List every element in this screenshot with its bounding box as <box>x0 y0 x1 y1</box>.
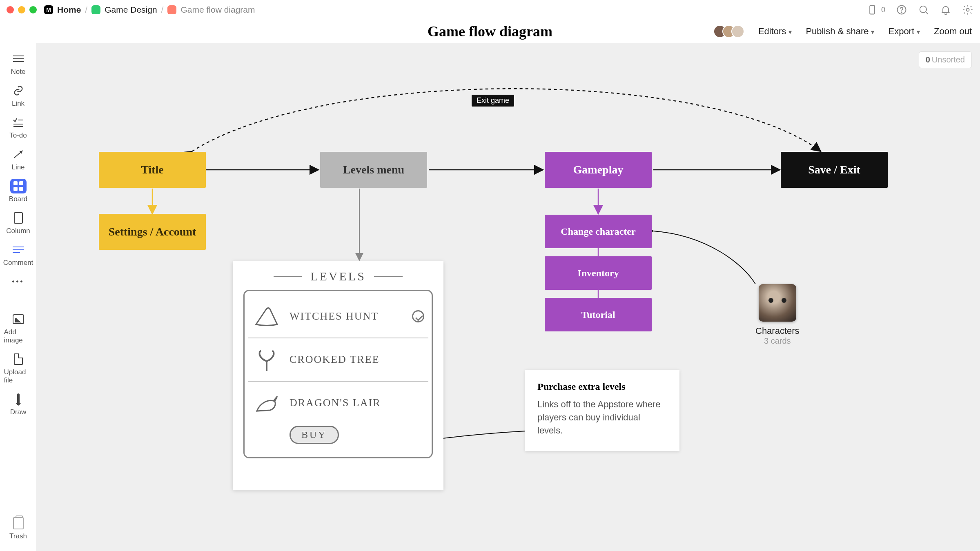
node-label: Levels menu <box>343 163 404 176</box>
unsorted-label: Unsorted <box>932 55 965 64</box>
bell-icon[interactable] <box>940 4 951 16</box>
witch-hat-icon <box>252 304 281 329</box>
help-icon[interactable] <box>896 4 907 16</box>
avatar[interactable] <box>731 25 744 38</box>
line-icon <box>13 150 23 158</box>
board-canvas[interactable]: 0Unsorted Title Settings / Account <box>37 43 980 551</box>
search-icon[interactable] <box>918 4 929 16</box>
fullscreen-window-icon[interactable] <box>29 6 37 13</box>
breadcrumb-project[interactable]: Game Design <box>105 5 157 15</box>
tool-board[interactable]: Board <box>4 179 33 203</box>
tool-label: Line <box>11 163 24 171</box>
tool-label: Upload file <box>4 368 33 384</box>
tool-add-image[interactable]: Add image <box>4 312 33 344</box>
node-label: Settings / Account <box>109 225 196 238</box>
file-icon <box>14 353 23 365</box>
tool-more[interactable]: ••• <box>4 274 33 289</box>
tool-label: Draw <box>10 408 27 416</box>
sketch-heading: LEVELS <box>310 269 366 283</box>
node-save-exit[interactable]: Save / Exit <box>781 152 888 188</box>
tool-line[interactable]: Line <box>4 147 33 171</box>
tool-note[interactable]: Note <box>4 51 33 76</box>
mobile-preview-count: 0 <box>881 6 885 14</box>
node-label: Gameplay <box>573 163 624 176</box>
tool-column[interactable]: Column <box>4 211 33 235</box>
tool-comment[interactable]: Comment <box>4 242 33 267</box>
note-icon <box>13 58 24 59</box>
tool-label: Add image <box>4 328 33 344</box>
tool-upload[interactable]: Upload file <box>4 352 33 384</box>
tool-label: To-do <box>9 131 27 140</box>
sketch-buy-button: BUY <box>290 426 339 444</box>
tool-label: Note <box>11 68 26 76</box>
svg-rect-0 <box>870 6 875 14</box>
presence-avatars[interactable] <box>717 25 744 38</box>
node-label: Change character <box>561 226 635 237</box>
node-gameplay[interactable]: Gameplay <box>545 152 652 188</box>
node-tutorial[interactable]: Tutorial <box>545 298 652 331</box>
page-title[interactable]: Game flow diagram <box>428 23 552 40</box>
sketch-row: CROOKED TREE <box>248 338 428 382</box>
node-label: Title <box>141 163 163 176</box>
more-icon: ••• <box>12 278 24 286</box>
breadcrumb: M Home / Game Design / Game flow diagram <box>44 5 255 15</box>
close-window-icon[interactable] <box>7 6 14 13</box>
breadcrumb-doc[interactable]: Game flow diagram <box>180 5 255 15</box>
image-icon <box>13 314 24 324</box>
sketch-row: DRAGON'S LAIR BUY <box>248 382 428 453</box>
breadcrumb-home[interactable]: Home <box>57 5 81 15</box>
sketch-row-label: WITCHES HUNT <box>290 310 379 322</box>
mobile-preview-icon[interactable] <box>866 4 878 16</box>
svg-line-4 <box>926 12 928 14</box>
project-color-icon <box>91 5 100 14</box>
characters-thumbnail-icon <box>759 284 796 322</box>
link-icon <box>13 85 24 96</box>
todo-icon <box>13 118 24 127</box>
note-card-purchase[interactable]: Purchase extra levels Links off to the A… <box>525 370 679 451</box>
characters-count: 3 cards <box>755 336 800 346</box>
tool-label: Column <box>6 227 30 235</box>
zoom-out-button[interactable]: Zoom out <box>934 26 972 37</box>
levels-sketch-image[interactable]: LEVELS WITCHES HUNT CROOKED TREE DRAGON'… <box>233 261 443 490</box>
characters-title: Characters <box>755 326 800 336</box>
app-logo-icon[interactable]: M <box>44 5 53 14</box>
node-title[interactable]: Title <box>99 152 206 188</box>
tool-label: Trash <box>9 532 27 540</box>
traffic-lights <box>7 6 37 13</box>
document-header: Game flow diagram Editors Publish & shar… <box>0 20 980 43</box>
tool-link[interactable]: Link <box>4 83 33 108</box>
node-levels-menu[interactable]: Levels menu <box>320 152 427 188</box>
svg-point-5 <box>967 9 969 11</box>
linked-board-characters[interactable]: Characters 3 cards <box>755 284 800 346</box>
node-label: Inventory <box>577 268 619 279</box>
minimize-window-icon[interactable] <box>18 6 25 13</box>
publish-menu[interactable]: Publish & share <box>806 26 874 37</box>
tool-label: Board <box>9 195 27 203</box>
node-inventory[interactable]: Inventory <box>545 256 652 290</box>
tool-label: Comment <box>3 259 33 267</box>
column-icon <box>14 212 23 224</box>
trash-icon <box>13 517 24 529</box>
tool-todo[interactable]: To-do <box>4 115 33 140</box>
node-change-character[interactable]: Change character <box>545 215 652 248</box>
tool-draw[interactable]: Draw <box>4 392 33 416</box>
tool-label: Link <box>12 100 24 108</box>
unsorted-pill[interactable]: 0Unsorted <box>919 51 972 68</box>
node-label: Tutorial <box>581 309 615 320</box>
node-settings[interactable]: Settings / Account <box>99 214 206 250</box>
tool-trash[interactable]: Trash <box>4 516 33 540</box>
gear-icon[interactable] <box>962 4 973 16</box>
tree-icon <box>252 347 281 372</box>
comment-icon <box>13 249 24 250</box>
connector-label-exit-game[interactable]: Exit game <box>472 95 514 107</box>
node-label: Save / Exit <box>808 163 860 176</box>
note-title: Purchase extra levels <box>537 381 667 392</box>
sketch-row-label: CROOKED TREE <box>290 353 380 366</box>
export-menu[interactable]: Export <box>888 26 920 37</box>
window-chrome: M Home / Game Design / Game flow diagram… <box>0 0 980 20</box>
unsorted-count: 0 <box>926 55 930 64</box>
board-icon <box>13 181 23 191</box>
check-icon <box>412 310 424 322</box>
sketch-row-label: DRAGON'S LAIR <box>290 397 381 409</box>
editors-menu[interactable]: Editors <box>758 26 792 37</box>
